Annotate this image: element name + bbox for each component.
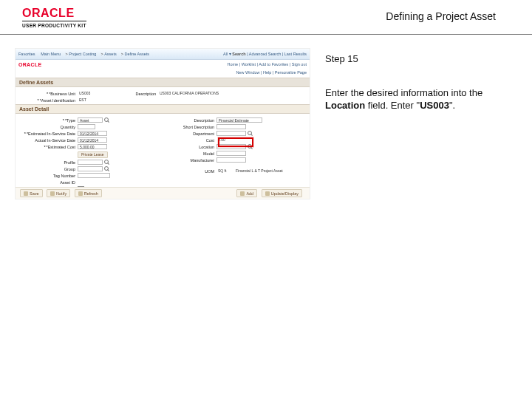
crumb-main-menu[interactable]: Main Menu bbox=[41, 52, 61, 56]
value-asset-id bbox=[78, 180, 110, 185]
input-location[interactable] bbox=[216, 144, 246, 149]
add-button[interactable]: Add bbox=[236, 189, 257, 197]
last-results-link[interactable]: Last Results bbox=[284, 52, 307, 56]
mini-breadcrumbs: Favorites Main Menu> Project Costing> As… bbox=[18, 52, 154, 56]
save-button[interactable]: Save bbox=[20, 189, 43, 197]
value-bu-description: US003 CALIFORNIA OPERATIONS bbox=[158, 91, 247, 96]
refresh-button[interactable]: Refresh bbox=[75, 189, 102, 197]
instruction-text: Enter the desired information into the L… bbox=[325, 86, 517, 112]
label-asset-id: Asset ID bbox=[20, 180, 78, 185]
embedded-screenshot: Favorites Main Menu> Project Costing> As… bbox=[15, 48, 310, 200]
value-uom-long: Financial L & T Project Asset bbox=[234, 168, 293, 174]
notify-label: Notify bbox=[56, 191, 66, 196]
label-uom: UOM bbox=[163, 169, 216, 174]
mini-footer: Save Notify Refresh Add Update/Display bbox=[16, 187, 310, 199]
value-uom: SQ ft bbox=[216, 168, 231, 174]
label-profile: Profile bbox=[20, 160, 78, 165]
instruction-field-name: Location bbox=[325, 100, 365, 111]
label-short-description: Short Description bbox=[163, 125, 216, 129]
input-department[interactable] bbox=[216, 131, 246, 136]
lookup-icon[interactable] bbox=[248, 131, 253, 136]
footer-left-group: Save Notify Refresh bbox=[20, 189, 105, 197]
instruction-value: US003 bbox=[420, 100, 449, 111]
add-icon bbox=[240, 191, 245, 196]
value-business-unit: US003 bbox=[78, 91, 97, 96]
input-manufacturer[interactable] bbox=[216, 157, 246, 163]
footer-right-group: Add Update/Display bbox=[236, 189, 305, 197]
mini-form-top: *Business Unit US003 Description US003 C… bbox=[16, 87, 310, 103]
mini-top-links[interactable]: Home | Worklist | Add to Favorites | Sig… bbox=[227, 62, 307, 66]
mini-global-search[interactable]: All ▾ Search | Advanced Search | Last Re… bbox=[223, 52, 307, 56]
oracle-logo: ORACLE bbox=[22, 7, 86, 19]
label-department: Department bbox=[163, 132, 216, 136]
crumb-project-costing[interactable]: Project Costing bbox=[69, 52, 96, 56]
mini-window-links[interactable]: New Window | Help | Personalize Page bbox=[16, 69, 310, 78]
label-actual-in-service-date: Actual In-Service Date bbox=[20, 138, 78, 143]
label-manufacturer: Manufacturer bbox=[163, 158, 216, 163]
instruction-mid: field. Enter " bbox=[365, 100, 420, 111]
lookup-icon[interactable] bbox=[104, 166, 109, 171]
input-actual-in-service-date[interactable]: 01/12/2014 bbox=[78, 137, 107, 143]
section-define-assets: Define Assets bbox=[16, 78, 310, 87]
input-est-in-service-date[interactable]: 01/12/2014 bbox=[78, 131, 107, 136]
crumb-define-assets[interactable]: Define Assets bbox=[124, 52, 149, 56]
input-group[interactable] bbox=[78, 166, 103, 171]
logo-subtitle: USER PRODUCTIVITY KIT bbox=[22, 21, 86, 28]
mini-oracle-logo: ORACLE bbox=[18, 62, 41, 67]
section-asset-detail: Asset Detail bbox=[16, 104, 310, 114]
lookup-icon[interactable] bbox=[104, 117, 109, 123]
instruction-pane: Step 15 Enter the desired information in… bbox=[310, 48, 517, 112]
lookup-icon[interactable] bbox=[104, 160, 109, 165]
detail-left-col: *Type Asset Quantity *Estimated In-Servi… bbox=[20, 116, 163, 194]
refresh-icon bbox=[78, 191, 83, 196]
header: ORACLE USER PRODUCTIVITY KIT Defining a … bbox=[0, 0, 532, 31]
page-title: Defining a Project Asset bbox=[386, 10, 496, 22]
label-tag-number: Tag Number bbox=[20, 174, 78, 178]
instruction-before: Enter the desired information into the bbox=[325, 87, 482, 98]
save-icon bbox=[24, 191, 28, 196]
notify-button[interactable]: Notify bbox=[47, 189, 70, 197]
detail-right-col: Description Financial Estimate Short Des… bbox=[163, 116, 305, 194]
label-business-unit: *Business Unit bbox=[20, 92, 78, 96]
input-quantity[interactable] bbox=[78, 124, 95, 129]
input-profile[interactable] bbox=[78, 160, 103, 165]
logo-block: ORACLE USER PRODUCTIVITY KIT bbox=[22, 7, 86, 28]
step-label: Step 15 bbox=[325, 52, 517, 66]
input-short-description[interactable] bbox=[216, 124, 246, 129]
label-est-in-service-date: *Estimated In-Service Date bbox=[20, 132, 78, 136]
instruction-after: ". bbox=[449, 100, 455, 111]
adv-search-link[interactable]: Advanced Search bbox=[249, 52, 281, 56]
label-model: Model bbox=[163, 151, 216, 156]
crumb-assets[interactable]: Assets bbox=[104, 52, 117, 56]
update-icon bbox=[265, 191, 270, 196]
mini-form-detail: *Type Asset Quantity *Estimated In-Servi… bbox=[16, 114, 310, 194]
lookup-icon[interactable] bbox=[248, 144, 253, 149]
update-display-button[interactable]: Update/Display bbox=[262, 189, 302, 197]
value-asset-identification: EST bbox=[78, 98, 97, 103]
crumb-favorites[interactable]: Favorites bbox=[18, 52, 35, 56]
mini-breadcrumb-bar: Favorites Main Menu> Project Costing> As… bbox=[16, 49, 310, 60]
save-label: Save bbox=[30, 191, 39, 196]
input-tag-number[interactable] bbox=[78, 173, 110, 178]
label-cost: Cost bbox=[163, 138, 216, 143]
label-location: Location bbox=[163, 145, 216, 149]
add-label: Add bbox=[246, 191, 253, 196]
input-description[interactable]: Financial Estimate bbox=[216, 117, 262, 123]
label-bu-description: Description bbox=[97, 92, 158, 96]
chip-private-lease[interactable]: Private Lease bbox=[78, 151, 108, 158]
label-description: Description bbox=[163, 118, 216, 123]
label-type: *Type bbox=[20, 118, 78, 123]
mini-oracle-bar: ORACLE Home | Worklist | Add to Favorite… bbox=[16, 60, 310, 69]
input-model[interactable] bbox=[216, 151, 246, 156]
input-est-cost[interactable]: 5,000.00 bbox=[78, 144, 107, 149]
notify-icon bbox=[50, 191, 55, 196]
label-est-cost: *Estimated Cost bbox=[20, 145, 78, 149]
label-quantity: Quantity bbox=[20, 125, 78, 129]
value-cost: 0.00 bbox=[216, 137, 239, 143]
search-label: Search bbox=[232, 52, 245, 56]
input-type[interactable]: Asset bbox=[78, 117, 103, 123]
header-divider bbox=[0, 34, 532, 35]
page-root: ORACLE USER PRODUCTIVITY KIT Defining a … bbox=[0, 0, 532, 399]
body-row: Favorites Main Menu> Project Costing> As… bbox=[0, 48, 532, 200]
label-group: Group bbox=[20, 167, 78, 171]
